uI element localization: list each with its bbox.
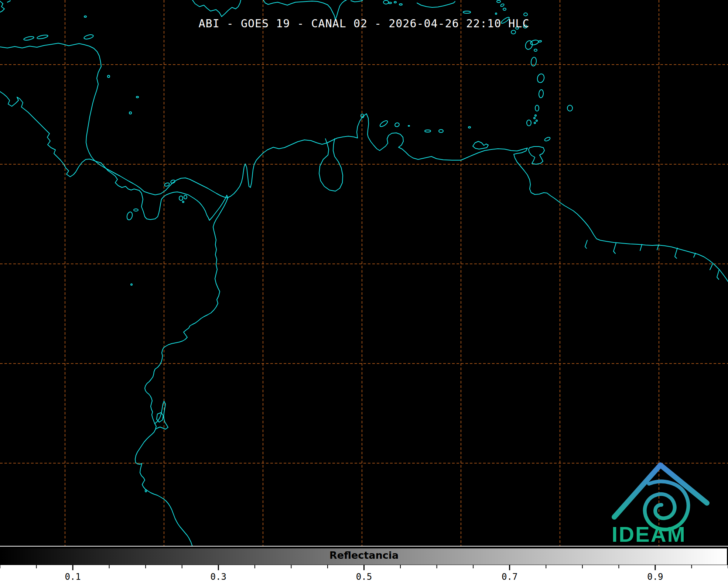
island-outline bbox=[379, 120, 388, 128]
tick-label: 0.9 bbox=[647, 572, 663, 582]
island-outline bbox=[383, 0, 389, 4]
coastline-path bbox=[351, 0, 363, 2]
island-outline bbox=[534, 117, 535, 119]
island-outline bbox=[129, 112, 131, 114]
island-outline bbox=[495, 13, 497, 14]
graticule-grid bbox=[0, 0, 728, 546]
island-outline bbox=[503, 8, 506, 10]
island-outline bbox=[468, 127, 471, 128]
island-outline bbox=[131, 284, 132, 285]
coastline-path bbox=[0, 1, 4, 12]
coastline-path bbox=[0, 92, 228, 546]
ideam-logo-text: IDEAM bbox=[612, 522, 686, 546]
island-outline bbox=[530, 57, 537, 66]
island-outline bbox=[500, 3, 505, 7]
tick-label: 0.5 bbox=[356, 572, 372, 582]
island-outline bbox=[399, 4, 402, 5]
island-outline bbox=[534, 49, 537, 51]
island-outline bbox=[425, 130, 431, 132]
island-outline bbox=[524, 13, 527, 16]
island-outline bbox=[535, 105, 539, 111]
island-outline bbox=[394, 122, 400, 127]
coastline-path bbox=[319, 139, 343, 191]
island-outline bbox=[539, 40, 542, 42]
island-outline bbox=[497, 0, 500, 3]
tick-label: 0.3 bbox=[211, 572, 226, 582]
colorbar: Reflectancia bbox=[0, 546, 728, 565]
coastlines bbox=[0, 0, 728, 546]
colorbar-axis: 0.10.30.50.70.9 bbox=[0, 565, 728, 582]
ideam-mountain-icon bbox=[614, 465, 707, 530]
island-outline bbox=[567, 105, 573, 111]
island-outline bbox=[534, 122, 536, 124]
coastline-path bbox=[0, 43, 728, 282]
island-outline bbox=[184, 195, 187, 199]
coastline-path bbox=[529, 147, 544, 164]
satellite-map: IDEAM bbox=[0, 0, 728, 546]
satellite-image-viewport: IDEAM ABI - GOES 19 - CANAL 02 - 2026-04… bbox=[0, 0, 728, 582]
island-outline bbox=[389, 2, 392, 4]
coastline-path bbox=[417, 1, 455, 7]
coastline-path bbox=[710, 264, 712, 270]
coastline-path bbox=[7, 1, 10, 2]
coastline-path bbox=[640, 244, 642, 251]
island-outline bbox=[544, 137, 551, 142]
coastline-path bbox=[694, 253, 695, 257]
islands bbox=[23, 0, 573, 492]
island-outline bbox=[107, 75, 110, 78]
island-outline bbox=[170, 179, 175, 184]
island-outline bbox=[83, 34, 94, 40]
island-outline bbox=[126, 211, 133, 221]
tick-label: 0.1 bbox=[65, 572, 81, 582]
coastline-path bbox=[192, 0, 241, 17]
island-outline bbox=[527, 120, 531, 126]
coastline-path bbox=[585, 240, 587, 248]
island-outline bbox=[37, 34, 48, 39]
island-outline bbox=[511, 30, 516, 34]
island-outline bbox=[439, 130, 443, 132]
island-outline bbox=[536, 120, 537, 121]
coastline-path bbox=[657, 245, 659, 250]
image-title: ABI - GOES 19 - CANAL 02 - 2026-04-26 22… bbox=[0, 17, 728, 30]
colorbar-label: Reflectancia bbox=[0, 550, 728, 561]
island-outline bbox=[394, 1, 396, 3]
island-outline bbox=[535, 115, 536, 116]
island-outline bbox=[536, 73, 545, 83]
coastline-path bbox=[613, 243, 616, 254]
island-outline bbox=[136, 96, 139, 98]
island-outline bbox=[23, 36, 34, 41]
island-outline bbox=[179, 196, 183, 200]
island-outline bbox=[182, 201, 184, 203]
ideam-logo: IDEAM bbox=[612, 465, 707, 546]
colorbar-ticks: 0.10.30.50.70.9 bbox=[0, 565, 728, 582]
island-outline bbox=[408, 125, 410, 126]
coastline-path bbox=[473, 141, 488, 149]
island-outline bbox=[463, 11, 471, 13]
island-outline bbox=[145, 490, 147, 492]
coastline-path bbox=[155, 401, 168, 429]
island-outline bbox=[539, 90, 544, 98]
coastline-path bbox=[675, 248, 677, 258]
island-outline bbox=[134, 209, 138, 211]
tick-label: 0.7 bbox=[502, 572, 517, 582]
island-outline bbox=[530, 39, 539, 45]
coastline-path bbox=[717, 270, 719, 279]
